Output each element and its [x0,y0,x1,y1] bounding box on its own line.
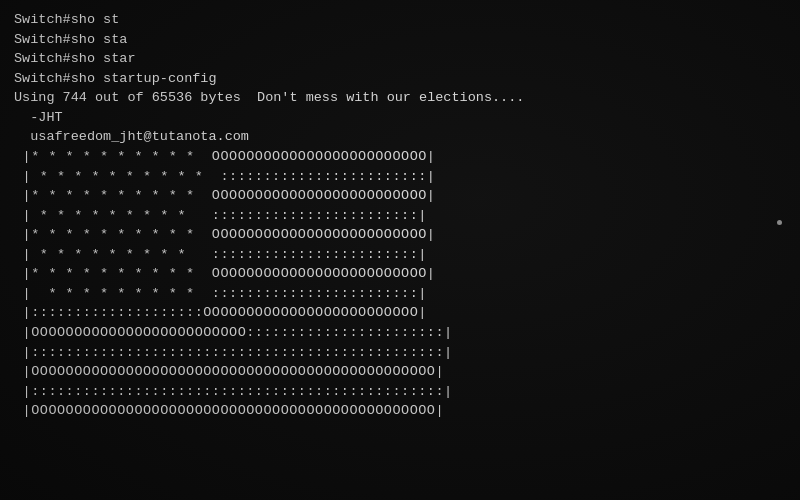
terminal-line-f10: |OOOOOOOOOOOOOOOOOOOOOOOOO::::::::::::::… [14,323,786,343]
terminal-line-f14: |OOOOOOOOOOOOOOOOOOOOOOOOOOOOOOOOOOOOOOO… [14,401,786,421]
terminal-line-l4: Switch#sho startup-config [14,69,786,89]
terminal-line-f12: |OOOOOOOOOOOOOOOOOOOOOOOOOOOOOOOOOOOOOOO… [14,362,786,382]
terminal-line-f2: | * * * * * * * * * * ::::::::::::::::::… [14,167,786,187]
terminal-line-f1: |* * * * * * * * * * OOOOOOOOOOOOOOOOOOO… [14,147,786,167]
terminal-window: Switch#sho stSwitch#sho staSwitch#sho st… [0,0,800,500]
terminal-line-f5: |* * * * * * * * * * OOOOOOOOOOOOOOOOOOO… [14,225,786,245]
terminal-line-f4: | * * * * * * * * * ::::::::::::::::::::… [14,206,786,226]
terminal-line-f7: |* * * * * * * * * * OOOOOOOOOOOOOOOOOOO… [14,264,786,284]
terminal-line-f6: | * * * * * * * * * ::::::::::::::::::::… [14,245,786,265]
terminal-line-f13: |:::::::::::::::::::::::::::::::::::::::… [14,382,786,402]
terminal-line-l6: -JHT [14,108,786,128]
terminal-line-f3: |* * * * * * * * * * OOOOOOOOOOOOOOOOOOO… [14,186,786,206]
terminal-line-l2: Switch#sho sta [14,30,786,50]
terminal-line-f11: |:::::::::::::::::::::::::::::::::::::::… [14,343,786,363]
terminal-line-l5: Using 744 out of 65536 bytes Don't mess … [14,88,786,108]
terminal-line-l1: Switch#sho st [14,10,786,30]
camera-artifact [777,220,782,225]
terminal-line-l7: usafreedom_jht@tutanota.com [14,127,786,147]
terminal-line-f8: | * * * * * * * * * ::::::::::::::::::::… [14,284,786,304]
terminal-line-l3: Switch#sho star [14,49,786,69]
terminal-line-f9: |::::::::::::::::::::OOOOOOOOOOOOOOOOOOO… [14,303,786,323]
